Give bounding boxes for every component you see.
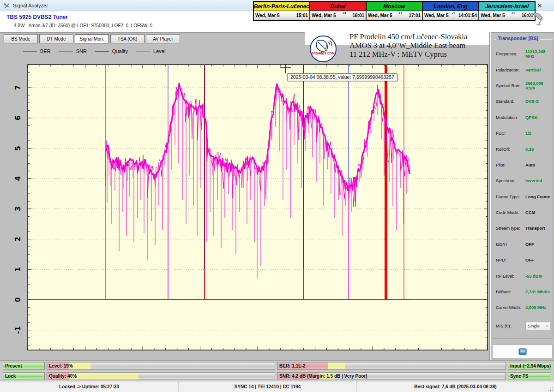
satellite-dish-icon [529, 11, 548, 27]
logo-dish-icon [311, 37, 336, 56]
indicator-strip: PresentLevel: 19%BER: 1,1E-2Input (~2,94… [0, 360, 554, 381]
transponder-row: FEC:1/2 [496, 125, 550, 141]
transponder-row: Symbol Rate:2963,008 KS/s [496, 78, 550, 94]
y-tick-label: 7 [14, 85, 22, 90]
clock-date: Wed, Mar 5 [368, 13, 392, 18]
clock-time: 14:01:54 [458, 13, 477, 18]
signal-analyzer-window: { "window": {"title": "Signal Analyzer"}… [0, 0, 554, 392]
field-value: QPSK [525, 115, 537, 120]
legend-label: BER [40, 48, 51, 54]
legend-item-quality: Quality [95, 48, 128, 54]
status-section: SYNC 14 | TEI 12410 | CC 1194 [179, 381, 357, 392]
sync-ts-indicator: Sync TS [508, 372, 551, 380]
y-tick-label: 1 [14, 267, 22, 272]
resize-grip[interactable] [548, 386, 553, 391]
transponder-row: Modulation:QPSK [496, 110, 550, 125]
field-value: -55 dBm [525, 274, 542, 279]
plot-tooltip: 2025-03-04 08.38.55, value: 7,5999999046… [287, 73, 397, 81]
legend-label: Quality [112, 48, 128, 54]
clock-city-name: Dubai [310, 1, 366, 11]
quality-bar: Quality: 40% [47, 372, 275, 380]
transponder-row: Pilot:Auto [496, 157, 550, 173]
legend-swatch [23, 51, 37, 52]
bar-label: Sync TS [508, 374, 528, 379]
legend-swatch [95, 51, 109, 52]
field-label: Pilot: [496, 163, 525, 167]
field-label: Spectrum: [496, 178, 525, 183]
clock-offset: +2 [392, 11, 409, 15]
mode-tabs: BS ModeDT ModeSignal Mon.TSA (OK)AV Play… [4, 34, 180, 43]
y-tick-label: 6 [14, 116, 22, 120]
field-value: 2,731 Mbit/s [525, 290, 550, 294]
y-tick-label: 2 [14, 237, 22, 241]
dxsatcs-logo: DXSATCS.COM [310, 36, 337, 62]
present-indicator: Present [3, 362, 45, 370]
mis-select[interactable]: Single ˅ [525, 322, 550, 330]
clock-city: Jerusalem-IsraelWed, Mar 5+116:01 [479, 1, 535, 20]
status-bar: Locked -> Uptime: 05:27:33SYNC 14 | TEI … [0, 381, 554, 392]
clock-date: Wed, Mar 5 [312, 13, 336, 18]
y-tick-label: 4 [14, 176, 22, 181]
y-tick-label: 0 [14, 297, 22, 302]
clock-city-name: Berlin-Paris-Lučenec [253, 1, 310, 11]
annotation-line-1: PF Prodelin 450 cm/Lučenec-Slovakia [349, 32, 467, 41]
bar-rule [24, 366, 42, 366]
field-value: Auto [525, 163, 535, 167]
mis-value: Single [528, 324, 540, 328]
world-clock: Berlin-Paris-LučenecWed, Mar 515:01Dubai… [253, 1, 536, 21]
status-section: Best signal: 7,6 dB (2025-03-04 08:38) [357, 381, 554, 392]
mis-row: MIS (0): Single ˅ [496, 322, 550, 330]
field-label: Polarization: [496, 68, 525, 72]
field-value: Transport [525, 226, 545, 231]
bar-label: Lock [3, 374, 16, 379]
field-label: Code Mode: [496, 210, 525, 215]
y-tick-label: 5 [14, 146, 22, 150]
field-label: Modulation: [496, 115, 525, 120]
legend-item-snr: SNR [59, 48, 87, 54]
tuner-name: TBS 5925 DVBS2 Tuner [6, 14, 68, 20]
panel-splitter[interactable] [489, 32, 491, 360]
stream-log-button[interactable] [492, 344, 553, 358]
legend-item-level: Level [136, 48, 165, 54]
field-value: 4,000 MHz [525, 305, 546, 310]
clock-offset [280, 11, 296, 12]
field-label: FEC: [496, 131, 525, 136]
tab-tsa-ok[interactable]: TSA (OK) [110, 34, 145, 43]
signal-plot[interactable]: 76543210-1 [0, 0, 554, 392]
transponder-row: ISSYIOFF [496, 237, 550, 252]
field-value: Inverted [525, 178, 542, 183]
clock-city-name: Jerusalem-Israel [479, 1, 535, 11]
y-tick-label: -1 [14, 326, 22, 334]
field-value: OFF [525, 258, 534, 262]
tab-signal-mon[interactable]: Signal Mon. [75, 34, 109, 43]
transponder-row: CarrierWidth:4,000 MHz [496, 300, 550, 315]
field-value: DVB-S [525, 99, 539, 104]
clock-time: 17:01 [409, 13, 421, 18]
transponder-row: RollOff:0.35 [496, 141, 550, 157]
bar-label: Present [3, 363, 22, 368]
annotation-line-2: AMOS 3 at 4,0°W_Middle East beam [349, 41, 467, 50]
field-label: Symbol Rate: [496, 83, 525, 88]
clock-time: 15:01 [296, 13, 308, 18]
clock-city: MoscowWed, Mar 5+217:01 [366, 1, 422, 20]
annotation-block: PF Prodelin 450 cm/Lučenec-Slovakia AMOS… [349, 32, 467, 59]
transponder-row: Frequency:11212,248 MHz [496, 46, 550, 62]
bar-rule [530, 376, 549, 376]
clock-offset: +1 [505, 11, 522, 15]
legend-swatch [136, 51, 150, 52]
close-icon[interactable]: ✕ [534, 1, 546, 10]
level-bar: Level: 19% [47, 362, 275, 370]
tab-bs-mode[interactable]: BS Mode [4, 34, 38, 43]
field-value: OFF [525, 242, 534, 247]
tab-dt-mode[interactable]: DT Mode [39, 34, 73, 43]
field-label: CarrierWidth: [496, 305, 525, 310]
tab-av-player[interactable]: AV Player [146, 34, 180, 43]
clock-date: Wed, Mar 5 [481, 13, 505, 18]
input-indicator: Input (~2,94 Mbps) [508, 362, 551, 370]
clock-city-time: Wed, Mar 5+217:01 [366, 11, 422, 20]
legend-label: Level [153, 48, 165, 54]
bar-label: Level: 19% [47, 363, 73, 368]
clock-time: 18:01 [352, 13, 364, 18]
bar-label: Input (~2,94 Mbps) [508, 363, 551, 368]
bar-label: SNR: 4,2 dB (Margin: 1,5 dB | Very Poor) [277, 374, 367, 379]
